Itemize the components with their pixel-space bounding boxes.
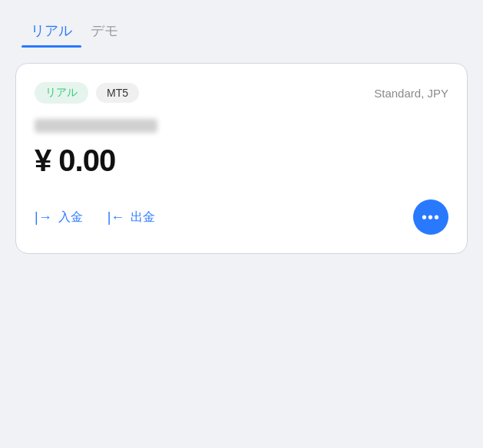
tab-real[interactable]: リアル [22, 15, 81, 48]
account-id-blurred [35, 119, 157, 133]
more-button[interactable]: ••• [413, 199, 448, 235]
badge-real: リアル [35, 82, 88, 104]
tab-real-label: リアル [31, 23, 72, 38]
more-icon: ••• [422, 209, 440, 226]
card-badges: リアル MT5 [35, 82, 139, 104]
withdraw-button[interactable]: |← 出金 [108, 209, 156, 226]
tabs-container: リアル デモ [15, 15, 468, 48]
deposit-label: 入金 [58, 209, 83, 226]
card-footer: |→ 入金 |← 出金 ••• [35, 199, 448, 235]
deposit-button[interactable]: |→ 入金 [35, 209, 83, 226]
account-balance: ¥ 0.00 [35, 143, 448, 178]
withdraw-icon: |← [108, 209, 125, 226]
account-type: Standard, JPY [374, 87, 448, 100]
tab-demo-label: デモ [91, 23, 118, 38]
card-header: リアル MT5 Standard, JPY [35, 82, 448, 104]
tab-demo[interactable]: デモ [81, 15, 127, 48]
withdraw-label: 出金 [131, 209, 155, 226]
account-card: リアル MT5 Standard, JPY ¥ 0.00 |→ 入金 |← 出金… [15, 63, 468, 254]
deposit-icon: |→ [35, 209, 52, 226]
badge-mt5: MT5 [96, 83, 139, 103]
footer-actions: |→ 入金 |← 出金 [35, 209, 155, 226]
